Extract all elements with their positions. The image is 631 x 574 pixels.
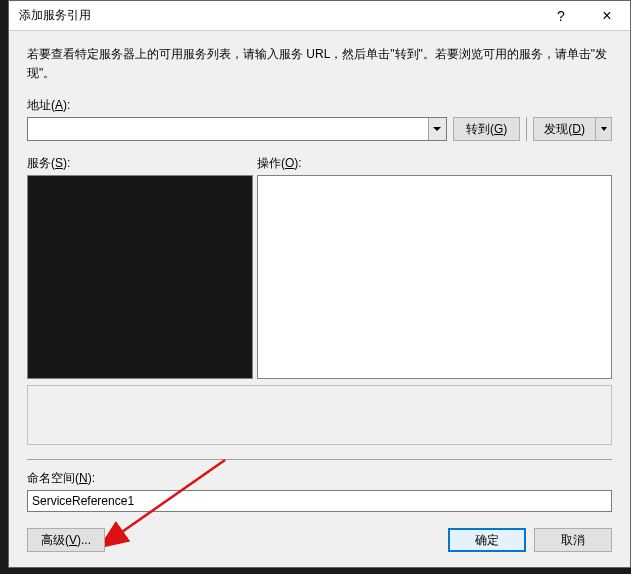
titlebar: 添加服务引用 ? × [9,1,630,31]
address-dropdown-button[interactable] [428,118,446,140]
operations-list[interactable] [257,175,612,379]
add-service-reference-dialog: 添加服务引用 ? × 若要查看特定服务器上的可用服务列表，请输入服务 URL，然… [8,0,631,568]
services-label: 服务(S): [27,155,253,172]
cancel-button[interactable]: 取消 [534,528,612,552]
namespace-input[interactable] [27,490,612,512]
namespace-label: 命名空间(N): [27,470,612,487]
separator [27,459,612,460]
ok-button[interactable]: 确定 [448,528,526,552]
address-input[interactable] [28,118,428,140]
discover-button[interactable]: 发现(D) [533,117,596,141]
address-label: 地址(A): [27,97,612,114]
services-list[interactable] [27,175,253,379]
address-combobox[interactable] [27,117,447,141]
operations-label: 操作(O): [257,155,612,172]
dialog-footer: 高级(V)... 确定 取消 [27,528,612,566]
close-button[interactable]: × [584,1,630,31]
dialog-title: 添加服务引用 [19,7,538,24]
status-area [27,385,612,445]
go-button[interactable]: 转到(G) [453,117,520,141]
discover-split-button[interactable]: 发现(D) [533,117,612,141]
button-divider [526,117,527,141]
help-button[interactable]: ? [538,1,584,31]
discover-dropdown-arrow[interactable] [596,117,612,141]
instruction-text: 若要查看特定服务器上的可用服务列表，请输入服务 URL，然后单击"转到"。若要浏… [27,45,612,83]
advanced-button[interactable]: 高级(V)... [27,528,105,552]
dialog-content: 若要查看特定服务器上的可用服务列表，请输入服务 URL，然后单击"转到"。若要浏… [9,31,630,567]
